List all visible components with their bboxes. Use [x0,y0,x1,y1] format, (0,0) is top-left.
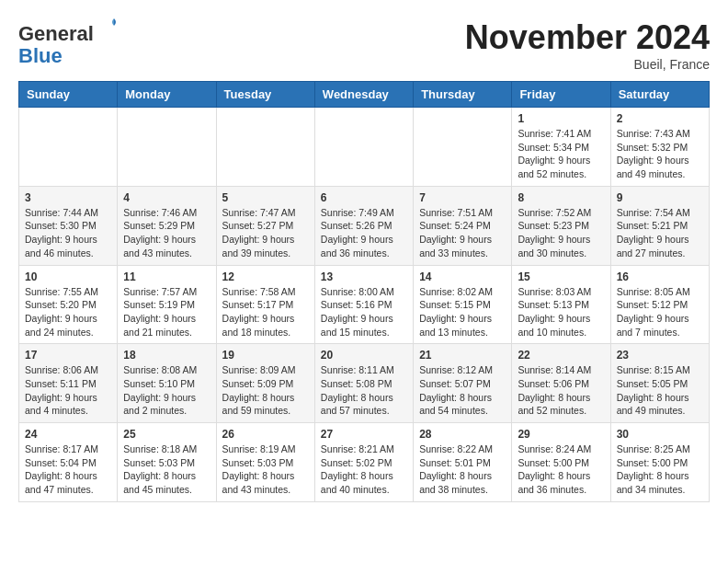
calendar-week-3: 10Sunrise: 7:55 AM Sunset: 5:20 PM Dayli… [19,265,710,344]
day-info: Sunrise: 8:11 AM Sunset: 5:08 PM Dayligh… [321,363,407,418]
day-info: Sunrise: 8:24 AM Sunset: 5:00 PM Dayligh… [518,442,604,497]
day-info: Sunrise: 8:02 AM Sunset: 5:15 PM Dayligh… [419,285,506,339]
day-info: Sunrise: 7:58 AM Sunset: 5:17 PM Dayligh… [222,285,309,339]
calendar-cell: 14Sunrise: 8:02 AM Sunset: 5:15 PM Dayli… [414,265,512,344]
day-number: 23 [617,349,703,362]
day-info: Sunrise: 8:03 AM Sunset: 5:13 PM Dayligh… [518,285,604,339]
day-number: 19 [222,349,309,362]
day-info: Sunrise: 8:22 AM Sunset: 5:01 PM Dayligh… [419,442,506,497]
calendar-cell: 28Sunrise: 8:22 AM Sunset: 5:01 PM Dayli… [414,423,512,502]
day-info: Sunrise: 8:17 AM Sunset: 5:04 PM Dayligh… [25,442,111,497]
calendar-cell: 8Sunrise: 7:52 AM Sunset: 5:23 PM Daylig… [512,186,610,265]
day-number: 6 [321,191,407,204]
day-number: 26 [222,428,309,441]
day-number: 12 [222,270,309,283]
calendar-cell: 18Sunrise: 8:08 AM Sunset: 5:10 PM Dayli… [118,344,216,423]
day-number: 17 [25,349,111,362]
day-number: 18 [123,349,210,362]
day-number: 28 [419,428,506,441]
day-info: Sunrise: 7:44 AM Sunset: 5:30 PM Dayligh… [25,206,111,260]
day-number: 20 [321,349,407,362]
day-info: Sunrise: 8:19 AM Sunset: 5:03 PM Dayligh… [222,442,309,497]
title-block: November 2024 Bueil, France [465,18,710,72]
day-number: 16 [617,270,703,283]
calendar-cell: 22Sunrise: 8:14 AM Sunset: 5:06 PM Dayli… [512,344,610,423]
calendar-cell: 2Sunrise: 7:43 AM Sunset: 5:32 PM Daylig… [610,108,709,187]
day-number: 30 [617,428,703,441]
day-info: Sunrise: 8:06 AM Sunset: 5:11 PM Dayligh… [25,363,111,418]
day-number: 14 [419,270,506,283]
day-number: 1 [518,112,604,125]
calendar-week-2: 3Sunrise: 7:44 AM Sunset: 5:30 PM Daylig… [19,186,710,265]
calendar-cell: 19Sunrise: 8:09 AM Sunset: 5:09 PM Dayli… [216,344,314,423]
day-info: Sunrise: 7:52 AM Sunset: 5:23 PM Dayligh… [518,206,604,260]
calendar-week-4: 17Sunrise: 8:06 AM Sunset: 5:11 PM Dayli… [19,344,710,423]
logo-blue: Blue [18,44,63,67]
day-number: 25 [123,428,210,441]
day-info: Sunrise: 8:05 AM Sunset: 5:12 PM Dayligh… [617,285,703,339]
day-number: 22 [518,349,604,362]
day-number: 27 [321,428,407,441]
calendar-cell: 29Sunrise: 8:24 AM Sunset: 5:00 PM Dayli… [512,423,610,502]
weekday-header-friday: Friday [512,82,610,108]
weekday-header-monday: Monday [118,82,216,108]
calendar-cell: 13Sunrise: 8:00 AM Sunset: 5:16 PM Dayli… [314,265,413,344]
day-number: 24 [25,428,111,441]
day-number: 11 [123,270,210,283]
day-number: 29 [518,428,604,441]
day-number: 4 [123,191,210,204]
day-number: 21 [419,349,506,362]
day-info: Sunrise: 7:47 AM Sunset: 5:27 PM Dayligh… [222,206,309,260]
day-info: Sunrise: 7:55 AM Sunset: 5:20 PM Dayligh… [25,285,111,339]
day-number: 3 [25,191,111,204]
calendar-cell [314,108,413,187]
day-info: Sunrise: 7:51 AM Sunset: 5:24 PM Dayligh… [419,206,506,260]
calendar-cell [414,108,512,187]
calendar-cell: 10Sunrise: 7:55 AM Sunset: 5:20 PM Dayli… [19,265,118,344]
day-info: Sunrise: 7:43 AM Sunset: 5:32 PM Dayligh… [617,127,703,181]
weekday-header-wednesday: Wednesday [314,82,413,108]
logo: General Blue [18,18,118,67]
day-number: 10 [25,270,111,283]
calendar-cell: 27Sunrise: 8:21 AM Sunset: 5:02 PM Dayli… [314,423,413,502]
calendar-cell [19,108,118,187]
day-number: 2 [617,112,703,125]
day-number: 15 [518,270,604,283]
weekday-header-sunday: Sunday [19,82,118,108]
day-info: Sunrise: 7:46 AM Sunset: 5:29 PM Dayligh… [123,206,210,260]
calendar-cell: 30Sunrise: 8:25 AM Sunset: 5:00 PM Dayli… [610,423,709,502]
day-number: 7 [419,191,506,204]
day-info: Sunrise: 8:00 AM Sunset: 5:16 PM Dayligh… [321,285,407,339]
day-info: Sunrise: 7:57 AM Sunset: 5:19 PM Dayligh… [123,285,210,339]
day-info: Sunrise: 8:15 AM Sunset: 5:05 PM Dayligh… [617,363,703,418]
day-info: Sunrise: 8:18 AM Sunset: 5:03 PM Dayligh… [123,442,210,497]
weekday-header-saturday: Saturday [610,82,709,108]
day-number: 9 [617,191,703,204]
calendar-week-1: 1Sunrise: 7:41 AM Sunset: 5:34 PM Daylig… [19,108,710,187]
logo-icon [96,18,118,40]
day-info: Sunrise: 7:41 AM Sunset: 5:34 PM Dayligh… [518,127,604,181]
calendar-cell: 1Sunrise: 7:41 AM Sunset: 5:34 PM Daylig… [512,108,610,187]
calendar-cell: 20Sunrise: 8:11 AM Sunset: 5:08 PM Dayli… [314,344,413,423]
month-title: November 2024 [465,18,710,57]
day-info: Sunrise: 7:54 AM Sunset: 5:21 PM Dayligh… [617,206,703,260]
calendar-cell: 25Sunrise: 8:18 AM Sunset: 5:03 PM Dayli… [118,423,216,502]
calendar-cell: 11Sunrise: 7:57 AM Sunset: 5:19 PM Dayli… [118,265,216,344]
weekday-header-tuesday: Tuesday [216,82,314,108]
calendar-table: SundayMondayTuesdayWednesdayThursdayFrid… [18,81,710,502]
location: Bueil, France [465,57,710,72]
logo-general: General [18,22,94,45]
calendar-cell: 15Sunrise: 8:03 AM Sunset: 5:13 PM Dayli… [512,265,610,344]
day-number: 8 [518,191,604,204]
calendar-cell: 9Sunrise: 7:54 AM Sunset: 5:21 PM Daylig… [610,186,709,265]
calendar-cell: 24Sunrise: 8:17 AM Sunset: 5:04 PM Dayli… [19,423,118,502]
day-info: Sunrise: 8:08 AM Sunset: 5:10 PM Dayligh… [123,363,210,418]
calendar-cell [216,108,314,187]
calendar-cell: 6Sunrise: 7:49 AM Sunset: 5:26 PM Daylig… [314,186,413,265]
calendar-cell: 17Sunrise: 8:06 AM Sunset: 5:11 PM Dayli… [19,344,118,423]
page-header: General Blue November 2024 Bueil, France [18,18,710,72]
calendar-week-5: 24Sunrise: 8:17 AM Sunset: 5:04 PM Dayli… [19,423,710,502]
calendar-cell: 12Sunrise: 7:58 AM Sunset: 5:17 PM Dayli… [216,265,314,344]
day-info: Sunrise: 8:09 AM Sunset: 5:09 PM Dayligh… [222,363,309,418]
weekday-header-thursday: Thursday [414,82,512,108]
